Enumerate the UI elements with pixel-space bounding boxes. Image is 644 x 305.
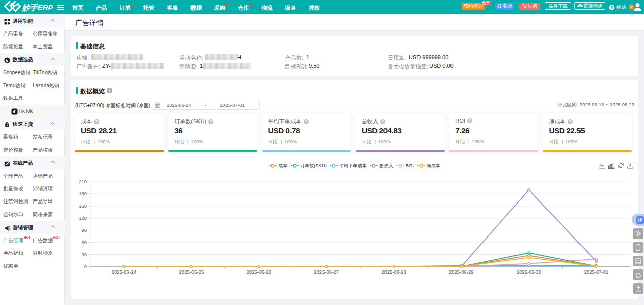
svg-text:2025-06-30: 2025-06-30 <box>517 269 541 275</box>
svg-text:2025-06-24: 2025-06-24 <box>112 269 137 275</box>
svg-text:2025-07-01: 2025-07-01 <box>584 269 609 275</box>
svg-text:180: 180 <box>79 191 87 196</box>
svg-text:?: ? <box>637 259 639 262</box>
svg-text:2025-06-25: 2025-06-25 <box>179 269 204 275</box>
svg-text:30: 30 <box>81 252 87 257</box>
svg-text:?: ? <box>610 5 613 10</box>
svg-text:0: 0 <box>84 264 87 269</box>
svg-text:2025-06-26: 2025-06-26 <box>246 269 271 275</box>
svg-text:90: 90 <box>81 227 87 233</box>
svg-text:2025-06-27: 2025-06-27 <box>314 269 339 275</box>
svg-text:60: 60 <box>81 240 87 245</box>
svg-text:2025-06-29: 2025-06-29 <box>449 269 474 275</box>
svg-text:2025-06-28: 2025-06-28 <box>381 269 406 275</box>
svg-text:210: 210 <box>79 179 87 184</box>
svg-text:150: 150 <box>79 203 87 209</box>
svg-text:120: 120 <box>79 215 87 221</box>
